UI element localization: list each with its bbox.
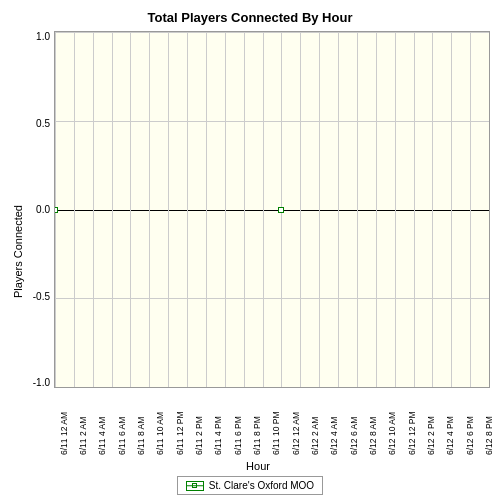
v-gridline [414,32,415,387]
x-tick-label: 6/12 2 PM [426,390,436,455]
x-tick-container: 6/11 8 PM [247,388,266,458]
x-tick-container: 6/12 4 AM [325,388,344,458]
x-tick-label: 6/11 12 PM [175,390,185,455]
x-tick-label: 6/11 4 AM [97,390,107,455]
y-tick: -1.0 [33,377,50,388]
h-gridline [55,121,489,122]
x-tick-label: 6/12 4 PM [445,390,455,455]
v-gridline [130,32,131,387]
chart-right: 1.00.50.0-0.5-1.0 6/11 12 AM6/11 2 AM6/1… [26,31,490,472]
legend-line [187,485,203,487]
x-axis-ticks: 6/11 12 AM6/11 2 AM6/11 4 AM6/11 6 AM6/1… [54,388,500,458]
x-tick-container: 6/12 8 AM [363,388,382,458]
x-tick-label: 6/12 8 AM [368,390,378,455]
v-gridline [338,32,339,387]
x-tick-container: 6/11 10 PM [267,388,286,458]
x-tick-label: 6/12 6 AM [349,390,359,455]
x-tick-container: 6/12 8 PM [479,388,498,458]
y-axis-label: Players Connected [10,31,24,472]
x-tick-label: 6/12 8 PM [484,390,494,455]
x-tick-container: 6/12 6 AM [344,388,363,458]
y-tick: 1.0 [36,31,50,42]
v-gridline [319,32,320,387]
v-gridline [112,32,113,387]
h-gridline [55,298,489,299]
x-tick-container: 6/12 2 PM [421,388,440,458]
x-tick-label: 6/11 6 PM [233,390,243,455]
x-tick-label: 6/12 2 AM [310,390,320,455]
legend-label: St. Clare's Oxford MOO [209,480,314,491]
y-tick: 0.0 [36,204,50,215]
v-gridline [263,32,264,387]
zero-line [55,210,489,211]
v-gridline [74,32,75,387]
x-tick-container: 6/12 4 PM [441,388,460,458]
data-point [54,207,58,213]
x-tick-label: 6/11 10 AM [155,390,165,455]
x-tick-container: 6/11 6 AM [112,388,131,458]
x-tick-container: 6/12 6 PM [460,388,479,458]
x-tick-container: 6/11 4 PM [209,388,228,458]
x-tick-label: 6/12 12 AM [291,390,301,455]
v-gridline [432,32,433,387]
v-gridline [376,32,377,387]
chart-container: Total Players Connected By Hour Players … [0,0,500,500]
plot-area [54,31,490,388]
x-tick-container: 6/11 4 AM [93,388,112,458]
v-gridline [225,32,226,387]
x-tick-label: 6/11 10 PM [271,390,281,455]
legend: St. Clare's Oxford MOO [177,476,323,495]
x-tick-container: 6/11 10 AM [151,388,170,458]
x-tick-label: 6/12 10 AM [387,390,397,455]
x-tick-label: 6/11 4 PM [213,390,223,455]
x-tick-container: 6/12 12 AM [286,388,305,458]
x-tick-label: 6/11 2 AM [78,390,88,455]
y-tick: -0.5 [33,291,50,302]
x-tick-container: 6/11 12 PM [170,388,189,458]
h-gridline [55,32,489,33]
v-gridline [149,32,150,387]
x-tick-container: 6/12 12 PM [402,388,421,458]
x-tick-label: 6/11 8 AM [136,390,146,455]
v-gridline [168,32,169,387]
v-gridline [187,32,188,387]
plot-and-yaxis: 1.00.50.0-0.5-1.0 [26,31,490,388]
x-tick-label: 6/12 12 PM [407,390,417,455]
data-point [278,207,284,213]
x-tick-container: 6/11 8 AM [131,388,150,458]
x-tick-label: 6/11 8 PM [252,390,262,455]
v-gridline [93,32,94,387]
x-tick-container: 6/11 6 PM [228,388,247,458]
v-gridline [206,32,207,387]
v-gridline [244,32,245,387]
x-tick-label: 6/12 4 AM [329,390,339,455]
x-tick-label: 6/11 12 AM [59,390,69,455]
x-tick-container: 6/11 12 AM [54,388,73,458]
v-gridline [395,32,396,387]
y-ticks: 1.00.50.0-0.5-1.0 [26,31,54,388]
x-tick-label: 6/12 6 PM [465,390,475,455]
x-tick-label: 6/11 6 AM [117,390,127,455]
v-gridline [489,32,490,387]
chart-title: Total Players Connected By Hour [148,10,353,25]
x-tick-container: 6/12 2 AM [305,388,324,458]
v-gridline [470,32,471,387]
chart-area: Players Connected 1.00.50.0-0.5-1.0 6/11… [10,31,490,472]
x-tick-container: 6/11 2 PM [189,388,208,458]
x-tick-label: 6/11 2 PM [194,390,204,455]
v-gridline [300,32,301,387]
x-tick-container: 6/12 10 AM [383,388,402,458]
v-gridline [357,32,358,387]
x-tick-container: 6/11 2 AM [73,388,92,458]
x-axis-label: Hour [26,460,490,472]
y-tick: 0.5 [36,118,50,129]
legend-icon [186,481,204,491]
v-gridline [451,32,452,387]
